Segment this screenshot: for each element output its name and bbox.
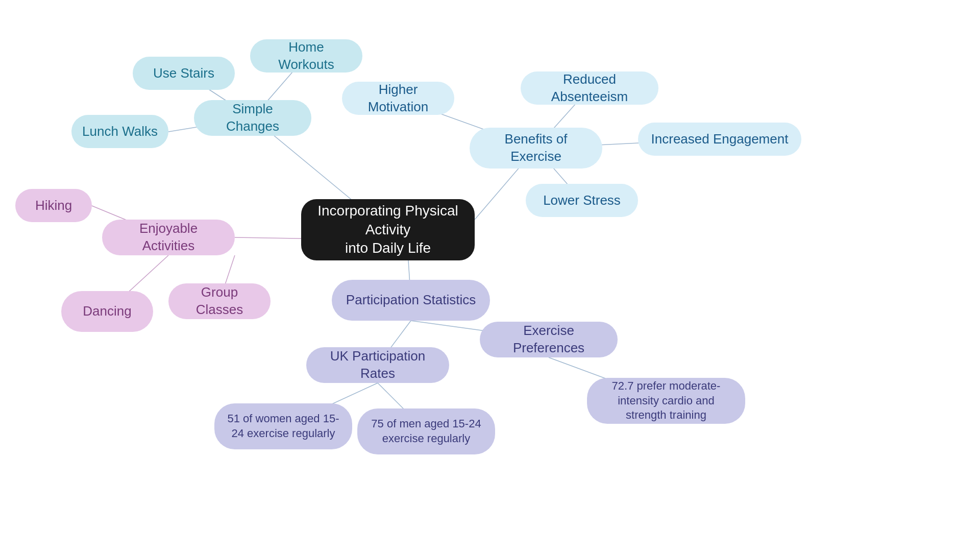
men-stat-label: 75 of men aged 15-24 exercise regularly [368,417,485,446]
dancing-label: Dancing [83,303,131,320]
exercise-prefs-label: Exercise Preferences [490,322,607,357]
women-stat-label: 51 of women aged 15-24 exercise regularl… [225,412,342,441]
group-classes-node: Group Classes [168,283,271,319]
uk-rates-node: UK Participation Rates [306,347,449,383]
lower-stress-node: Lower Stress [526,184,638,217]
lower-stress-label: Lower Stress [543,192,621,209]
cardio-stat-node: 72.7 prefer moderate-intensity cardio an… [587,378,745,424]
participation-label: Participation Statistics [346,292,476,309]
lunch-walks-node: Lunch Walks [71,115,168,148]
cardio-stat-label: 72.7 prefer moderate-intensity cardio an… [597,379,735,423]
higher-motivation-node: Higher Motivation [342,82,454,115]
home-workouts-label: Home Workouts [260,39,352,74]
enjoyable-label: Enjoyable Activities [112,220,225,255]
group-classes-label: Group Classes [179,284,260,319]
higher-motivation-label: Higher Motivation [352,81,444,116]
men-stat-node: 75 of men aged 15-24 exercise regularly [357,408,495,454]
reduced-absenteeism-label: Reduced Absenteeism [531,71,648,106]
center-node: Incorporating Physical Activity into Dai… [301,199,475,260]
women-stat-node: 51 of women aged 15-24 exercise regularl… [214,403,352,449]
home-workouts-node: Home Workouts [250,39,362,73]
increased-engagement-label: Increased Engagement [651,131,789,148]
participation-node: Participation Statistics [332,280,490,321]
lunch-walks-label: Lunch Walks [82,123,158,140]
increased-engagement-node: Increased Engagement [638,123,801,156]
enjoyable-node: Enjoyable Activities [102,220,235,255]
simple-changes-node: Simple Changes [194,100,311,136]
hiking-node: Hiking [15,189,92,222]
uk-rates-label: UK Participation Rates [316,348,439,382]
center-label: Incorporating Physical Activity into Dai… [311,202,464,257]
hiking-label: Hiking [35,197,72,214]
reduced-absenteeism-node: Reduced Absenteeism [521,71,658,105]
exercise-prefs-node: Exercise Preferences [480,322,618,357]
benefits-label: Benefits of Exercise [480,131,592,165]
use-stairs-label: Use Stairs [153,65,214,82]
simple-changes-label: Simple Changes [204,101,301,135]
dancing-node: Dancing [61,291,153,332]
use-stairs-node: Use Stairs [133,57,235,90]
benefits-node: Benefits of Exercise [470,128,602,169]
